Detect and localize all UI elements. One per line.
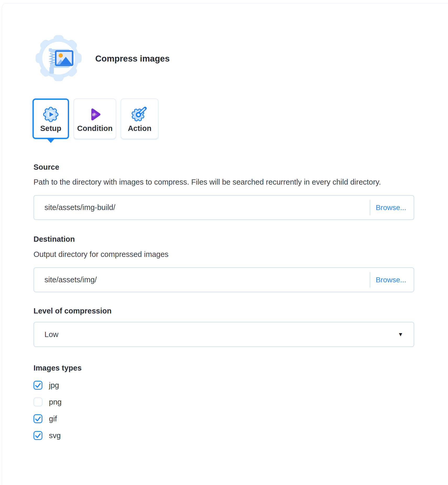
source-section: Source Path to the directory with images…	[33, 162, 414, 220]
image-types-heading: Images types	[33, 363, 414, 373]
checkbox-label: png	[49, 398, 61, 406]
tab-label: Action	[128, 124, 151, 133]
checkbox-label: svg	[49, 431, 61, 440]
gear-play-icon	[43, 106, 59, 123]
destination-field: Browse...	[33, 267, 414, 292]
jpg-checkbox[interactable]	[33, 381, 42, 390]
destination-heading: Destination	[33, 234, 414, 244]
compression-level-value: Low	[44, 330, 58, 339]
source-browse-button[interactable]: Browse...	[371, 196, 411, 219]
field-divider	[370, 272, 370, 288]
compress-images-icon	[33, 33, 84, 84]
field-divider	[370, 200, 370, 215]
svg-checkbox[interactable]	[33, 431, 42, 440]
png-checkbox[interactable]	[33, 398, 42, 406]
compression-level-select[interactable]: Low ▼	[33, 322, 414, 347]
dropdown-arrow-icon: ▼	[398, 331, 403, 338]
tab-label: Setup	[40, 124, 61, 133]
checkbox-row-gif[interactable]: gif	[33, 414, 414, 423]
checkbox-label: jpg	[49, 381, 59, 390]
destination-path-input[interactable]	[33, 267, 414, 292]
destination-section: Destination Output directory for compres…	[33, 234, 414, 292]
tab-action[interactable]: Action	[121, 98, 159, 139]
checkmark-icon	[35, 382, 41, 389]
checkbox-row-jpg[interactable]: jpg	[33, 381, 414, 390]
checkbox-row-svg[interactable]: svg	[33, 431, 414, 440]
destination-browse-button[interactable]: Browse...	[371, 268, 411, 291]
tab-setup[interactable]: Setup	[32, 98, 69, 139]
source-heading: Source	[33, 162, 414, 172]
tab-condition[interactable]: IF Condition	[74, 98, 116, 139]
svg-text:IF: IF	[92, 113, 96, 117]
selected-tab-pointer-icon	[47, 139, 55, 143]
image-types-section: Images types jpg png	[33, 363, 414, 440]
compression-heading: Level of compression	[33, 306, 414, 316]
checkbox-row-png[interactable]: png	[33, 398, 414, 406]
checkmark-icon	[35, 432, 41, 439]
page-title: Compress images	[95, 53, 170, 64]
compress-images-setup-page: Compress images	[33, 0, 414, 440]
compression-section: Level of compression Low ▼	[33, 306, 414, 347]
step-tabs: Setup IF Condition	[32, 98, 414, 139]
if-play-icon: IF	[87, 106, 103, 123]
page-header: Compress images	[33, 34, 414, 84]
tab-label: Condition	[77, 124, 113, 133]
destination-description: Output directory for compressed images	[33, 250, 414, 259]
checkmark-icon	[35, 415, 41, 422]
source-path-input[interactable]	[33, 195, 414, 220]
source-field: Browse...	[33, 195, 414, 220]
gear-wrench-icon	[132, 106, 148, 123]
checkbox-label: gif	[49, 415, 57, 423]
image-types-checkbox-group: jpg png gif	[33, 381, 414, 440]
source-description: Path to the directory with images to com…	[33, 177, 414, 187]
gif-checkbox[interactable]	[33, 414, 42, 423]
